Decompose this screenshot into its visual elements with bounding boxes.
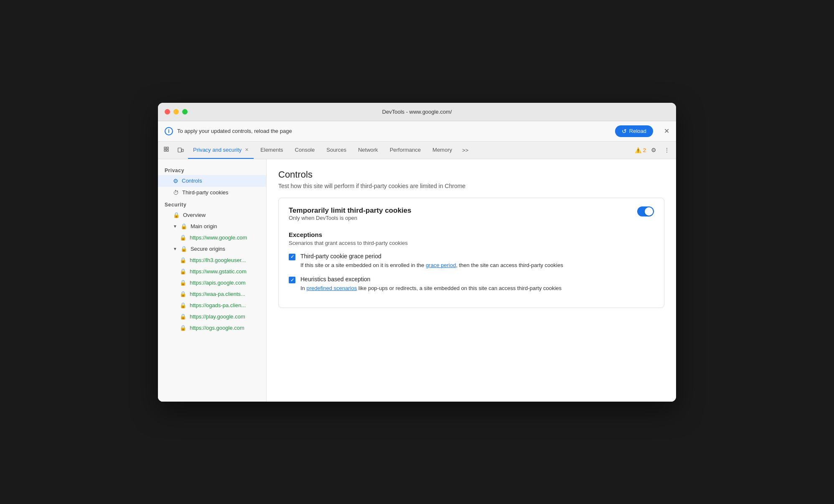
cookies-icon: ⏱ — [173, 189, 179, 196]
card-titles: Temporarily limit third-party cookies On… — [289, 206, 411, 229]
notification-close-icon[interactable]: ✕ — [664, 127, 669, 135]
info-icon: i — [165, 127, 173, 135]
tab-privacy-and-security[interactable]: Privacy and security ✕ — [188, 141, 254, 159]
devtools-window: DevTools - www.google.com/ i To apply yo… — [158, 103, 676, 402]
exception-grace-period: Third-party cookie grace period If this … — [289, 253, 654, 270]
svg-rect-4 — [178, 148, 181, 152]
reload-label: Reload — [629, 128, 646, 134]
notification-message: To apply your updated controls, reload t… — [177, 128, 611, 134]
maximize-button[interactable] — [182, 109, 188, 115]
main-origin-chevron-icon: ▼ — [173, 224, 177, 229]
tab-performance[interactable]: Performance — [385, 141, 426, 159]
gstatic-url: https://www.gstatic.com — [190, 268, 247, 275]
sidebar-item-apis[interactable]: 🔒 https://apis.google.com — [158, 277, 266, 288]
grace-period-checkbox[interactable] — [289, 254, 295, 260]
play-url: https://play.google.com — [190, 313, 245, 320]
tab-console-label: Console — [295, 147, 315, 153]
svg-rect-0 — [164, 147, 166, 149]
exceptions-title: Exceptions — [289, 231, 654, 238]
tab-memory[interactable]: Memory — [427, 141, 457, 159]
grace-period-content: Third-party cookie grace period If this … — [300, 253, 563, 270]
cookie-control-card: Temporarily limit third-party cookies On… — [278, 198, 664, 308]
ogs-url: https://ogs.google.com — [190, 325, 244, 331]
close-button[interactable] — [165, 109, 170, 115]
card-subtitle: Only when DevTools is open — [289, 215, 411, 221]
waa-url: https://waa-pa.clients... — [190, 291, 245, 297]
ogads-lock-icon: 🔒 — [180, 302, 186, 308]
grace-period-desc: If this site or a site embedded on it is… — [300, 261, 563, 270]
sidebar-item-controls[interactable]: ⚙ Controls — [158, 175, 266, 187]
tab-network-label: Network — [358, 147, 378, 153]
more-tabs-button[interactable]: >> — [459, 141, 472, 159]
grace-period-link[interactable]: grace period — [426, 262, 456, 268]
heuristics-content: Heuristics based exception In predefined… — [300, 276, 562, 293]
security-section-title: Security — [158, 199, 266, 209]
sidebar-item-google-main[interactable]: 🔒 https://www.google.com — [158, 232, 266, 243]
reload-icon: ↺ — [622, 128, 627, 135]
card-title: Temporarily limit third-party cookies — [289, 206, 411, 215]
page-subtitle: Test how this site will perform if third… — [278, 183, 664, 189]
play-lock-icon: 🔒 — [180, 313, 186, 320]
lh3-url: https://lh3.googleuser... — [190, 257, 246, 263]
grace-period-title: Third-party cookie grace period — [300, 253, 563, 260]
sidebar-item-main-origin[interactable]: ▼ 🔒 Main origin — [158, 221, 266, 232]
limit-cookies-toggle[interactable] — [637, 206, 654, 216]
tab-privacy-label: Privacy and security — [193, 147, 242, 153]
sidebar-item-lh3[interactable]: 🔒 https://lh3.googleuser... — [158, 255, 266, 266]
tab-sources[interactable]: Sources — [321, 141, 351, 159]
tab-performance-label: Performance — [390, 147, 421, 153]
warning-icon: ⚠️ — [635, 147, 641, 153]
apis-url: https://apis.google.com — [190, 280, 246, 286]
lh3-lock-icon: 🔒 — [180, 257, 186, 263]
overview-lock-icon: 🔒 — [173, 212, 180, 218]
exception-heuristics: Heuristics based exception In predefined… — [289, 276, 654, 293]
secure-origins-lock-icon: 🔒 — [181, 246, 187, 252]
google-main-lock-icon: 🔒 — [180, 234, 186, 241]
inspect-icon[interactable] — [161, 144, 173, 156]
tab-close-icon[interactable]: ✕ — [245, 147, 249, 153]
cookies-label: Third-party cookies — [182, 189, 229, 196]
settings-button[interactable]: ⚙ — [648, 144, 659, 156]
sidebar-item-play[interactable]: 🔒 https://play.google.com — [158, 311, 266, 322]
heuristics-checkbox[interactable] — [289, 277, 295, 283]
reload-button[interactable]: ↺ Reload — [615, 125, 653, 137]
warning-count: 2 — [643, 147, 646, 153]
controls-icon: ⚙ — [173, 178, 178, 184]
tab-console[interactable]: Console — [290, 141, 320, 159]
warning-badge[interactable]: ⚠️ 2 — [635, 147, 646, 153]
svg-rect-5 — [182, 149, 183, 152]
heuristics-title: Heuristics based exception — [300, 276, 562, 283]
sidebar-item-ogs[interactable]: 🔒 https://ogs.google.com — [158, 322, 266, 333]
secure-origins-chevron-icon: ▼ — [173, 247, 177, 251]
tab-network[interactable]: Network — [353, 141, 383, 159]
svg-rect-2 — [164, 150, 166, 151]
sidebar-item-waa[interactable]: 🔒 https://waa-pa.clients... — [158, 288, 266, 300]
more-options-button[interactable]: ⋮ — [661, 144, 673, 156]
toolbar: Privacy and security ✕ Elements Console … — [158, 142, 676, 159]
predefined-scenarios-link[interactable]: predefined scenarios — [306, 285, 357, 291]
sidebar-item-overview[interactable]: 🔒 Overview — [158, 209, 266, 221]
svg-rect-1 — [167, 147, 168, 149]
minimize-button[interactable] — [173, 109, 179, 115]
privacy-section-title: Privacy — [158, 164, 266, 175]
exceptions-subtitle: Scenarios that grant access to third-par… — [289, 240, 654, 246]
page-title: Controls — [278, 169, 664, 180]
apis-lock-icon: 🔒 — [180, 280, 186, 286]
sidebar-item-third-party-cookies[interactable]: ⏱ Third-party cookies — [158, 187, 266, 199]
tab-memory-label: Memory — [432, 147, 452, 153]
tab-elements[interactable]: Elements — [255, 141, 288, 159]
main-content: Privacy ⚙ Controls ⏱ Third-party cookies… — [158, 159, 676, 402]
titlebar: DevTools - www.google.com/ — [158, 103, 676, 121]
ogs-lock-icon: 🔒 — [180, 325, 186, 331]
sidebar-item-secure-origins[interactable]: ▼ 🔒 Secure origins — [158, 243, 266, 255]
google-main-url: https://www.google.com — [190, 234, 247, 241]
device-icon[interactable] — [175, 144, 186, 156]
card-header: Temporarily limit third-party cookies On… — [289, 206, 654, 229]
overview-label: Overview — [183, 212, 206, 218]
sidebar-item-ogads[interactable]: 🔒 https://ogads-pa.clien... — [158, 300, 266, 311]
main-origin-lock-icon: 🔒 — [181, 223, 187, 229]
toolbar-right: ⚠️ 2 ⚙ ⋮ — [635, 144, 673, 156]
sidebar-item-gstatic[interactable]: 🔒 https://www.gstatic.com — [158, 266, 266, 277]
waa-lock-icon: 🔒 — [180, 291, 186, 297]
gstatic-lock-icon: 🔒 — [180, 268, 186, 275]
